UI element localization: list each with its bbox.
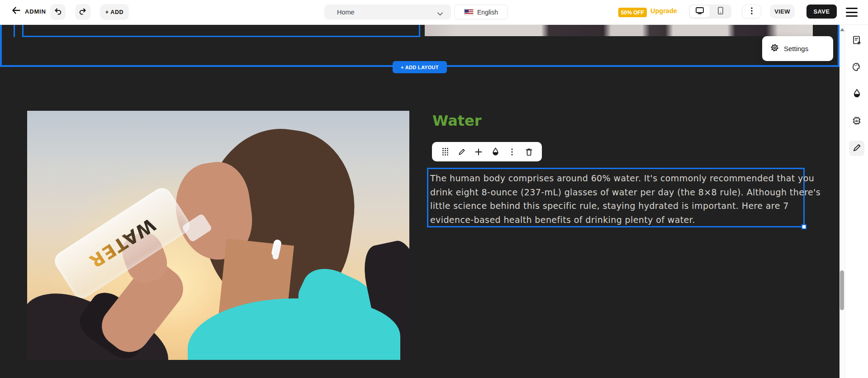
paragraph-line: little science behind this specific rule… [430,199,821,213]
view-button[interactable]: VIEW [770,5,795,19]
styles-button[interactable] [849,86,864,102]
mobile-phone-icon [718,7,723,16]
paragraph-line: The human body comprises around 60% wate… [430,171,821,185]
water-heading[interactable]: Water [432,112,482,129]
hamburger-icon [846,8,858,9]
language-value: English [477,9,498,16]
resize-handle[interactable] [802,224,806,229]
paragraph-line: drink eight 8-ounce (237-mL) glasses of … [430,185,821,199]
settings-label: Settings [784,45,808,52]
page-selector-value: Home [337,9,355,16]
water-drop-icon [852,89,862,99]
edit-pencil-icon [852,143,862,154]
mobile-view-button[interactable] [711,5,730,18]
more-kebab-icon[interactable] [507,146,517,157]
water-photo[interactable]: WATER [27,111,409,360]
admin-label: ADMIN [25,8,46,15]
desktop-monitor-icon [695,7,704,16]
kebab-menu-icon [751,7,753,16]
paragraph-line: evidence-based health benefits of drinki… [430,213,821,227]
add-page-icon [852,35,862,47]
ai-assistant-button[interactable]: AI [849,113,864,129]
main-menu-button[interactable] [845,7,858,18]
palette-button[interactable] [849,60,864,75]
widget-toolbar [432,142,542,161]
undo-icon [54,8,62,17]
more-options-button[interactable] [742,5,761,19]
ai-assistant-icon: AI [851,115,862,128]
settings-button[interactable]: Settings [762,36,833,61]
edit-mode-button[interactable] [849,141,864,156]
undo-button[interactable] [50,4,66,20]
us-flag-icon [464,9,474,15]
add-element-button[interactable]: + ADD [100,4,129,20]
add-page-button[interactable] [849,33,864,48]
edit-pencil-icon[interactable] [456,146,467,157]
scroll-up-arrow-icon[interactable] [840,28,844,31]
discount-badge: 50% OFF [618,8,647,17]
section-selection-border-left [0,25,2,67]
selected-widget-outline [22,25,420,37]
right-sidebar: AI [845,25,868,378]
plus-icon[interactable] [473,146,484,157]
back-arrow-icon [12,6,21,16]
canvas-scrollbar [840,25,845,378]
language-selector[interactable]: English [454,5,508,19]
style-drop-icon[interactable] [490,146,501,157]
chevron-down-icon [437,10,443,17]
page-selector-dropdown[interactable]: Home [324,5,451,19]
scrollbar-thumb[interactable] [840,270,844,310]
selected-text-widget: The human body comprises around 60% wate… [427,168,805,227]
add-layout-button[interactable]: + ADD LAYOUT [393,61,447,73]
redo-icon [79,8,87,17]
top-toolbar: ADMIN + ADD Home English 50% OFF Upgrade [0,0,868,25]
column-selection-border [14,25,15,37]
section-image-strip[interactable] [425,25,813,36]
desktop-view-button[interactable] [690,5,710,18]
website-builder-app: ADMIN + ADD Home English 50% OFF Upgrade [0,0,868,378]
trash-icon[interactable] [523,146,534,157]
back-to-admin-button[interactable]: ADMIN [12,6,46,16]
drag-handle-icon[interactable] [440,146,451,157]
redo-button[interactable] [75,4,90,20]
device-preview-toggle [689,5,731,19]
palette-icon [852,62,862,73]
svg-text:AI: AI [855,119,859,123]
editor-canvas: + ADD LAYOUT Settings WATER [0,25,840,378]
water-paragraph[interactable]: The human body comprises around 60% wate… [430,171,821,227]
upgrade-link[interactable]: Upgrade [650,7,677,14]
gear-icon [770,43,779,54]
save-button[interactable]: SAVE [806,5,837,19]
